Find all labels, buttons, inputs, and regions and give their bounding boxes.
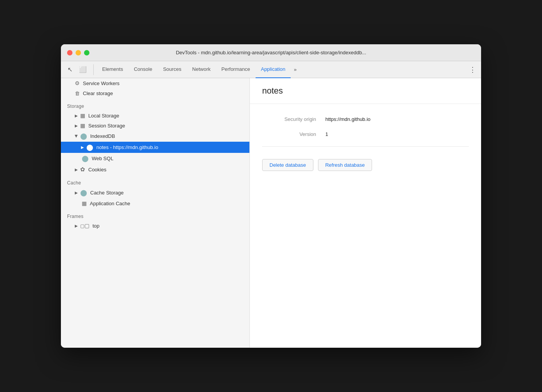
gear-icon xyxy=(75,80,80,86)
tabs-container: Elements Console Sources Network Perform… xyxy=(97,61,300,78)
indexeddb-label: IndexedDB xyxy=(90,133,115,139)
notes-db-label: notes - https://mdn.github.io xyxy=(96,144,158,150)
websql-icon: ⬤ xyxy=(82,155,89,162)
content-title: notes xyxy=(262,86,469,96)
tab-elements[interactable]: Elements xyxy=(97,61,128,78)
traffic-lights xyxy=(67,50,89,55)
sidebar-item-local-storage[interactable]: ▶ ▦ Local Storage xyxy=(61,111,249,121)
sidebar-service-workers-label: Service Workers xyxy=(83,80,120,86)
sidebar-item-cookies[interactable]: ▶ ✿ Cookies xyxy=(61,164,249,175)
main-area: Service Workers Clear storage Storage ▶ … xyxy=(61,78,481,348)
version-row: Version 1 xyxy=(262,131,469,137)
cache-storage-label: Cache Storage xyxy=(90,190,124,196)
sidebar-item-indexeddb[interactable]: ▶ ⬤ IndexedDB xyxy=(61,131,249,142)
local-storage-label: Local Storage xyxy=(88,113,119,119)
sidebar-item-application-cache[interactable]: ▦ Application Cache xyxy=(61,198,249,208)
arrow-right-icon: ▶ xyxy=(81,145,84,149)
websql-label: Web SQL xyxy=(92,156,113,161)
version-label: Version xyxy=(262,131,316,137)
arrow-icon: ▶ xyxy=(75,191,78,195)
local-storage-icon: ▦ xyxy=(80,112,85,119)
titlebar: DevTools - mdn.github.io/learning-area/j… xyxy=(61,44,481,61)
content-header: notes xyxy=(250,78,481,104)
menu-icon[interactable]: ⋮ xyxy=(467,64,478,75)
tab-console[interactable]: Console xyxy=(128,61,158,78)
tab-network[interactable]: Network xyxy=(187,61,216,78)
security-origin-label: Security origin xyxy=(262,116,316,122)
device-icon[interactable]: ⬜ xyxy=(77,64,89,75)
toolbar-icons: ↖ ⬜ xyxy=(64,64,94,75)
cache-section-label: Cache xyxy=(61,175,249,187)
sidebar-item-clear-storage[interactable]: Clear storage xyxy=(61,88,249,98)
version-value: 1 xyxy=(325,131,328,137)
tab-performance[interactable]: Performance xyxy=(216,61,255,78)
cursor-icon[interactable]: ↖ xyxy=(64,64,76,75)
arrow-icon: ▶ xyxy=(75,114,78,118)
top-label: top xyxy=(93,223,99,229)
sidebar-item-service-workers[interactable]: Service Workers xyxy=(61,78,249,88)
window-title: DevTools - mdn.github.io/learning-area/j… xyxy=(176,50,366,55)
refresh-database-button[interactable]: Refresh database xyxy=(318,159,372,171)
content-area: notes Security origin https://mdn.github… xyxy=(250,78,481,348)
security-origin-value: https://mdn.github.io xyxy=(325,116,370,122)
arrow-icon: ▶ xyxy=(75,168,78,172)
tab-sources[interactable]: Sources xyxy=(158,61,187,78)
sidebar-item-notes-db[interactable]: ▶ ⬤ notes - https://mdn.github.io xyxy=(61,142,249,153)
arrow-icon: ▶ xyxy=(75,224,78,228)
sidebar-item-top[interactable]: ▶ ▢ top xyxy=(61,221,249,231)
minimize-button[interactable] xyxy=(76,50,81,55)
application-cache-label: Application Cache xyxy=(90,201,130,206)
arrow-down-icon: ▶ xyxy=(74,135,79,138)
toolbar-end: ⋮ xyxy=(467,64,478,75)
session-storage-icon: ▦ xyxy=(80,122,85,129)
session-storage-label: Session Storage xyxy=(88,123,125,129)
devtools-toolbar: ↖ ⬜ Elements Console Sources Network Per… xyxy=(61,61,481,78)
sidebar-item-session-storage[interactable]: ▶ ▦ Session Storage xyxy=(61,121,249,131)
button-row: Delete database Refresh database xyxy=(262,159,469,171)
notes-db-icon: ⬤ xyxy=(86,144,93,151)
app-cache-icon: ▦ xyxy=(82,200,87,206)
tab-application[interactable]: Application xyxy=(256,61,291,78)
sidebar-clear-storage-label: Clear storage xyxy=(83,90,113,96)
sidebar-item-web-sql[interactable]: ⬤ Web SQL xyxy=(61,153,249,164)
storage-section-label: Storage xyxy=(61,98,249,111)
sidebar-item-cache-storage[interactable]: ▶ ⬤ Cache Storage xyxy=(61,187,249,198)
divider xyxy=(262,146,469,147)
arrow-icon: ▶ xyxy=(75,124,78,128)
trash-icon xyxy=(75,90,80,96)
cache-storage-icon: ⬤ xyxy=(80,189,87,196)
maximize-button[interactable] xyxy=(84,50,89,55)
more-tabs-button[interactable]: » xyxy=(291,61,300,78)
devtools-window: DevTools - mdn.github.io/learning-area/j… xyxy=(61,44,481,348)
delete-database-button[interactable]: Delete database xyxy=(262,159,313,171)
close-button[interactable] xyxy=(67,50,72,55)
sidebar: Service Workers Clear storage Storage ▶ … xyxy=(61,78,250,348)
frame-icon: ▢ xyxy=(80,223,89,229)
security-origin-row: Security origin https://mdn.github.io xyxy=(262,116,469,122)
frames-section-label: Frames xyxy=(61,208,249,221)
cookies-label: Cookies xyxy=(88,167,106,173)
indexeddb-icon: ⬤ xyxy=(80,132,87,140)
content-body: Security origin https://mdn.github.io Ve… xyxy=(250,104,481,183)
cookies-icon: ✿ xyxy=(80,166,85,173)
